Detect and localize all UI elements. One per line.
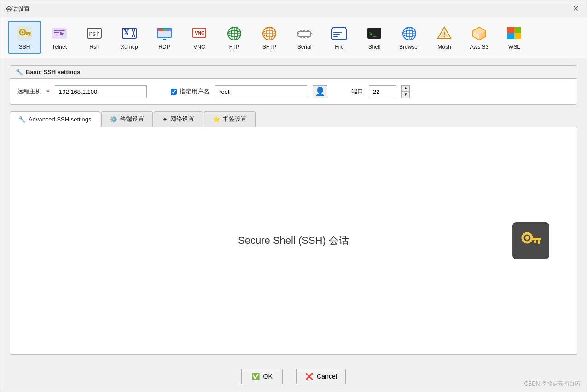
protocol-wsl[interactable]: WSL bbox=[498, 21, 531, 54]
svg-rect-40 bbox=[298, 32, 311, 36]
protocol-shell[interactable]: >_ Shell bbox=[358, 21, 391, 54]
svg-rect-43 bbox=[307, 30, 309, 32]
user-icon-button[interactable]: 👤 bbox=[313, 85, 327, 98]
serial-icon bbox=[296, 25, 313, 42]
svg-rect-53 bbox=[333, 36, 338, 37]
mosh-icon bbox=[436, 25, 453, 42]
port-spin-up[interactable]: ▲ bbox=[401, 85, 410, 92]
remote-host-label: 远程主机 bbox=[17, 87, 41, 96]
rsh-icon: rsh bbox=[86, 25, 103, 42]
telnet-icon bbox=[51, 25, 68, 42]
svg-rect-46 bbox=[307, 36, 309, 38]
tab-network-icon: ✦ bbox=[163, 116, 168, 123]
tab-advanced-icon: 🔧 bbox=[18, 116, 26, 123]
protocol-browser[interactable]: Browser bbox=[393, 21, 426, 54]
cancel-button[interactable]: ❌ Cancel bbox=[296, 369, 346, 384]
specify-username-label: 指定用户名 bbox=[180, 87, 209, 96]
cancel-label: Cancel bbox=[317, 373, 337, 380]
tab-bookmark[interactable]: ⭐ 书签设置 bbox=[204, 111, 256, 127]
basic-form-row: 远程主机 * 指定用户名 root 👤 端口 bbox=[17, 85, 570, 98]
tab-advanced-label: Advanced SSH settings bbox=[29, 116, 92, 123]
tab-bar: 🔧 Advanced SSH settings ⚙️ 终端设置 ✦ 网络设置 ⭐… bbox=[10, 111, 577, 127]
svg-rect-8 bbox=[58, 30, 65, 31]
port-input[interactable] bbox=[369, 85, 396, 98]
tab-network-label: 网络设置 bbox=[170, 115, 194, 123]
basic-settings-title: Basic SSH settings bbox=[26, 69, 81, 75]
username-select[interactable]: root bbox=[215, 85, 307, 98]
protocol-mosh[interactable]: Mosh bbox=[428, 21, 461, 54]
svg-point-5 bbox=[22, 31, 24, 34]
tab-content-area: Secure Shell (SSH) 会话 bbox=[10, 127, 577, 355]
protocol-browser-label: Browser bbox=[399, 44, 419, 50]
basic-settings-icon: 🔧 bbox=[16, 69, 23, 75]
tab-terminal-label: 终端设置 bbox=[120, 115, 144, 123]
protocol-file-label: File bbox=[335, 44, 343, 50]
protocol-mosh-label: Mosh bbox=[437, 44, 451, 50]
protocol-rdp-label: RDP bbox=[158, 44, 170, 50]
protocol-ftp-label: FTP bbox=[229, 44, 240, 50]
svg-rect-52 bbox=[333, 34, 340, 35]
remote-host-input[interactable] bbox=[55, 85, 147, 98]
svg-rect-72 bbox=[507, 33, 514, 39]
svg-rect-76 bbox=[531, 238, 541, 240]
svg-rect-2 bbox=[24, 32, 31, 34]
tab-terminal-icon: ⚙️ bbox=[110, 116, 117, 123]
dialog-title: 会话设置 bbox=[6, 5, 570, 13]
titlebar: 会话设置 ✕ bbox=[0, 0, 587, 17]
protocol-awss3-label: Aws S3 bbox=[470, 44, 488, 50]
port-spin-down[interactable]: ▼ bbox=[401, 92, 410, 98]
protocol-serial[interactable]: Serial bbox=[288, 21, 321, 54]
cancel-icon: ❌ bbox=[305, 373, 313, 380]
close-button[interactable]: ✕ bbox=[570, 3, 581, 14]
ssh-session-title: Secure Shell (SSH) 会话 bbox=[238, 234, 349, 248]
wsl-icon bbox=[506, 25, 523, 42]
tab-advanced[interactable]: 🔧 Advanced SSH settings bbox=[10, 111, 100, 127]
xdmcp-icon: X bbox=[121, 25, 138, 42]
button-row: ✅ OK ❌ Cancel bbox=[0, 362, 587, 392]
protocol-telnet[interactable]: Telnet bbox=[43, 21, 76, 54]
ssh-info-area: Secure Shell (SSH) 会话 bbox=[10, 127, 577, 354]
protocol-vnc[interactable]: VNC VNC bbox=[183, 21, 216, 54]
ssh-key-icon bbox=[512, 222, 549, 259]
awss3-icon bbox=[471, 25, 488, 42]
svg-rect-21 bbox=[163, 29, 167, 31]
svg-rect-7 bbox=[54, 30, 58, 31]
svg-rect-23 bbox=[158, 31, 171, 37]
protocol-sftp[interactable]: SFTP bbox=[253, 21, 286, 54]
protocol-file[interactable]: File bbox=[323, 21, 356, 54]
specify-username-row: 指定用户名 bbox=[171, 87, 209, 96]
svg-rect-42 bbox=[303, 30, 305, 32]
protocol-awss3[interactable]: Aws S3 bbox=[463, 21, 496, 54]
protocol-shell-label: Shell bbox=[368, 44, 381, 50]
svg-rect-9 bbox=[54, 32, 59, 33]
protocol-rsh[interactable]: rsh Rsh bbox=[78, 21, 111, 54]
watermark: CSDN @搞点云南白药 bbox=[524, 380, 580, 388]
protocol-serial-label: Serial bbox=[297, 44, 312, 50]
protocol-ftp[interactable]: FTP bbox=[218, 21, 251, 54]
protocol-ssh[interactable]: SSH bbox=[8, 21, 41, 54]
svg-rect-20 bbox=[158, 29, 163, 31]
basic-settings-section: 🔧 Basic SSH settings 远程主机 * 指定用户名 root bbox=[10, 65, 577, 105]
protocol-rdp[interactable]: RDP bbox=[148, 21, 181, 54]
svg-rect-45 bbox=[303, 36, 305, 38]
protocol-sftp-label: SFTP bbox=[262, 44, 277, 50]
file-icon bbox=[331, 25, 348, 42]
protocol-telnet-label: Telnet bbox=[52, 44, 67, 50]
basic-settings-content: 远程主机 * 指定用户名 root 👤 端口 bbox=[10, 79, 577, 104]
ok-button[interactable]: ✅ OK bbox=[241, 369, 283, 384]
protocol-xdmcp[interactable]: X Xdmcp bbox=[113, 21, 146, 54]
svg-rect-44 bbox=[300, 36, 302, 38]
ok-icon: ✅ bbox=[252, 373, 260, 380]
specify-username-checkbox[interactable] bbox=[171, 89, 177, 95]
tab-network[interactable]: ✦ 网络设置 bbox=[154, 111, 203, 127]
tab-bookmark-icon: ⭐ bbox=[213, 116, 220, 123]
svg-rect-51 bbox=[333, 32, 342, 33]
svg-rect-25 bbox=[160, 40, 169, 40]
svg-rect-70 bbox=[507, 27, 514, 33]
protocol-bar: SSH Telnet rsh bbox=[0, 17, 587, 58]
svg-text:>_: >_ bbox=[369, 30, 377, 37]
tab-terminal[interactable]: ⚙️ 终端设置 bbox=[101, 111, 153, 127]
shell-icon: >_ bbox=[366, 25, 383, 42]
username-wrapper: root bbox=[215, 85, 307, 98]
protocol-rsh-label: Rsh bbox=[89, 44, 99, 50]
